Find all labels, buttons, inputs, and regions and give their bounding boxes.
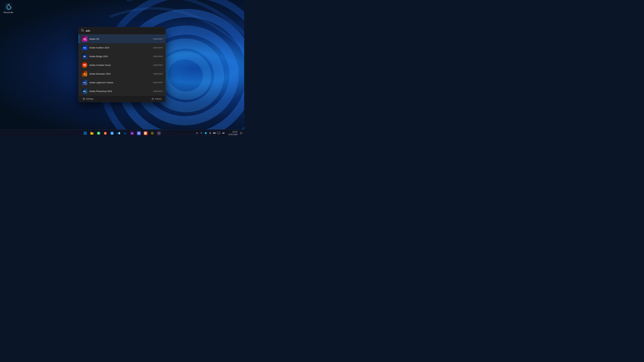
svg-point-34 [159, 133, 159, 133]
result-item-adobe-lightroom[interactable]: Lrc Adobe Lightroom Classic Application [79, 78, 166, 87]
clock[interactable]: 21:57 13.02.2024 [227, 131, 239, 136]
adobe-cc-type: Application [153, 64, 163, 66]
davinci-icon[interactable] [149, 130, 155, 136]
settings-label: Settings [86, 98, 93, 100]
adobe-illustrator-icon: Ai [82, 71, 87, 76]
settings-button[interactable]: Settings [81, 97, 94, 101]
svg-rect-38 [218, 132, 220, 134]
svg-marker-9 [152, 98, 154, 100]
adobe-photoshop-icon: Ps [82, 88, 87, 94]
tray-icon-shield[interactable] [204, 131, 208, 135]
adobe-photoshop-type: Application [153, 90, 163, 92]
result-item-adobe-xd[interactable]: Xd Adobe XD Application [79, 34, 166, 43]
svg-rect-15 [90, 132, 92, 133]
adobe-lightroom-type: Application [153, 81, 163, 84]
search-results-list: Xd Adobe XD Application Au Adobe Auditio… [79, 34, 166, 95]
svg-point-8 [84, 98, 84, 99]
result-item-adobe-bridge[interactable]: Br Adobe Bridge 2024 Application [79, 52, 166, 61]
obs-icon[interactable] [156, 130, 162, 136]
tray-icon-f[interactable]: F [200, 131, 203, 135]
svg-point-25 [138, 133, 139, 133]
clock-date: 13.02.2024 [228, 133, 238, 136]
devhome-icon[interactable] [129, 130, 135, 136]
adobe-bridge-icon: Br [82, 54, 87, 59]
fl-studio-icon[interactable] [142, 130, 148, 136]
system-tray: U F [194, 131, 226, 135]
tray-icon-volume[interactable] [222, 131, 225, 135]
brave-icon[interactable] [102, 130, 108, 136]
result-item-adobe-photoshop[interactable]: Ps Adobe Photoshop 2024 Application [79, 87, 166, 95]
adobe-audition-name: Adobe Audition 2024 [89, 46, 151, 49]
spotify-icon[interactable] [96, 130, 102, 136]
svg-rect-14 [90, 132, 94, 135]
adobe-cc-name: Adobe Creative Cloud [89, 64, 151, 66]
taskbar-center-icons: 1 Ps [82, 130, 162, 136]
tray-icon-bluetooth[interactable] [208, 131, 212, 135]
actions-button[interactable]: Actions [150, 97, 163, 101]
result-item-adobe-audition[interactable]: Au Adobe Audition 2024 Application [79, 43, 166, 52]
svg-text:Ps: Ps [124, 133, 126, 134]
svg-rect-12 [84, 133, 85, 135]
adobe-bridge-name: Adobe Bridge 2024 [89, 55, 151, 57]
svg-rect-24 [137, 131, 141, 135]
adobe-photoshop-name: Adobe Photoshop 2024 [89, 90, 151, 92]
svg-line-7 [83, 31, 84, 32]
tray-icon-battery[interactable] [213, 131, 216, 135]
svg-rect-37 [213, 133, 215, 134]
adobe-xd-icon: Xd [82, 36, 87, 41]
adobe-illustrator-name: Adobe Illustrator 2024 [89, 72, 151, 75]
tray-icon-u[interactable]: U [196, 131, 199, 135]
recycle-bin[interactable]: Recycle Bin [2, 2, 15, 14]
discord-icon[interactable] [136, 130, 142, 136]
recycle-bin-label: Recycle Bin [4, 11, 13, 13]
svg-rect-36 [216, 133, 216, 133]
svg-rect-10 [84, 132, 85, 133]
adobe-lightroom-name: Adobe Lightroom Classic [89, 81, 151, 84]
file-explorer-icon[interactable] [89, 130, 95, 136]
taskbar: 1 Ps [0, 129, 244, 137]
onepassword-icon[interactable]: 1 [109, 130, 115, 136]
taskbar-right: U F [194, 131, 244, 136]
adobe-audition-icon: Au [82, 45, 87, 50]
adobe-bridge-type: Application [153, 55, 163, 57]
start-button[interactable] [82, 130, 88, 136]
adobe-illustrator-type: Application [153, 72, 163, 75]
search-icon [81, 29, 84, 33]
adobe-cc-icon [82, 62, 87, 68]
adobe-lightroom-icon: Lrc [82, 80, 87, 85]
result-item-adobe-cc[interactable]: Adobe Creative Cloud Application [79, 61, 166, 69]
adobe-xd-type: Application [153, 38, 163, 40]
photoshop-taskbar-icon[interactable]: Ps [122, 130, 128, 136]
actions-label: Actions [155, 98, 162, 100]
svg-rect-22 [130, 131, 134, 135]
clock-time: 21:57 [232, 131, 238, 133]
svg-point-4 [159, 50, 212, 100]
recycle-bin-icon [4, 3, 12, 11]
svg-rect-11 [85, 132, 87, 133]
tray-icon-display[interactable] [217, 131, 220, 135]
notification-icon[interactable] [240, 131, 243, 135]
svg-rect-13 [85, 133, 87, 135]
svg-text:1: 1 [112, 132, 112, 134]
adobe-xd-name: Adobe XD [89, 37, 151, 40]
search-footer: Settings Actions [79, 95, 166, 102]
vscode-icon[interactable] [116, 130, 122, 136]
desktop: Recycle Bin Xd Adobe XD Application [0, 0, 244, 137]
svg-point-26 [139, 133, 139, 133]
adobe-audition-type: Application [153, 46, 163, 49]
search-popup: Xd Adobe XD Application Au Adobe Auditio… [78, 27, 166, 102]
svg-point-30 [152, 133, 153, 134]
search-bar [79, 27, 166, 34]
result-item-adobe-illustrator[interactable]: Ai Adobe Illustrator 2024 Application [79, 69, 166, 78]
search-input[interactable] [86, 29, 163, 32]
